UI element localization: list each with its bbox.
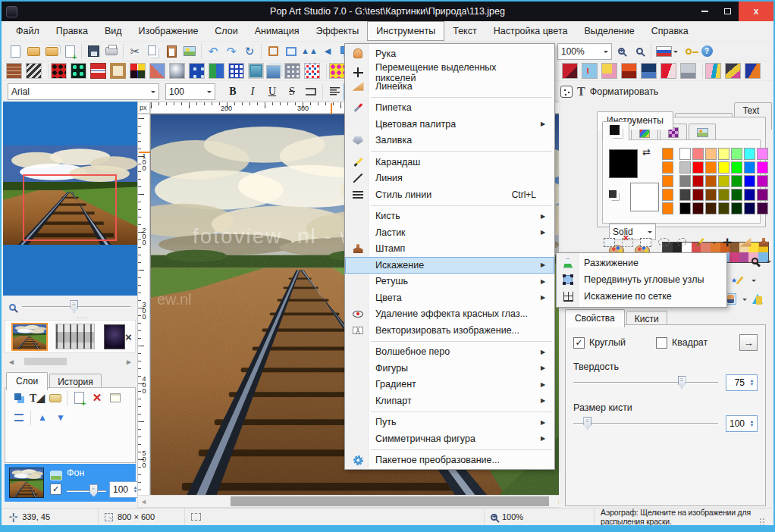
menu-item[interactable]: Перемещение выделенных пикселей [345, 62, 554, 79]
square-checkbox[interactable] [656, 337, 667, 349]
palette-swatch[interactable] [705, 161, 717, 174]
palette-swatch[interactable] [718, 189, 730, 201]
effect-sphere-button[interactable] [169, 63, 185, 79]
submenu-item[interactable]: Передвинуть угловые узлы [557, 271, 726, 288]
scrollbar-thumb[interactable] [231, 496, 549, 506]
warhol-preset-button[interactable] [641, 63, 657, 79]
move-layer-up-button[interactable]: ▲ [33, 410, 52, 425]
zoom-tool-button[interactable] [747, 254, 762, 269]
font-family-combobox[interactable]: Arial [8, 83, 159, 100]
menu-item[interactable]: Карандаш [345, 154, 554, 171]
select-ellipse-button[interactable] [656, 235, 671, 250]
lasso-button[interactable] [674, 235, 689, 250]
menu-item[interactable]: Клипарт▶ [345, 393, 554, 409]
effect-diamond-button[interactable] [149, 63, 165, 79]
menubar-item[interactable]: Изображение [130, 21, 207, 41]
tab-solid-fill[interactable] [602, 121, 629, 140]
palette-swatch[interactable] [662, 161, 673, 174]
effect-popart-dots-button[interactable] [51, 63, 67, 79]
palette-swatch[interactable] [692, 175, 704, 187]
menu-item[interactable]: Фигуры▶ [345, 360, 554, 377]
maximize-button[interactable] [716, 2, 739, 21]
menubar-item[interactable]: Справка [643, 21, 697, 41]
menu-item[interactable]: Искажение▶ [345, 257, 554, 274]
effect-photo-stack-button[interactable] [266, 65, 281, 79]
effect-wood-frame-button[interactable] [110, 63, 126, 79]
strikethrough-button[interactable]: S [282, 83, 302, 100]
insert-image-button[interactable] [180, 42, 199, 61]
palette-swatch[interactable] [731, 189, 742, 201]
menu-item[interactable]: Пипетка [345, 100, 554, 117]
menu-item[interactable]: Заливка [345, 133, 554, 149]
deselect-button[interactable] [620, 235, 635, 250]
bold-button[interactable]: B [223, 83, 243, 100]
palette-swatch[interactable] [744, 189, 755, 201]
hardness-spinner[interactable]: 75 ▲▼ [726, 374, 758, 391]
menu-item[interactable]: Градиент▶ [345, 377, 554, 393]
merge-layers-button[interactable] [10, 410, 28, 425]
effect-dots-blue-button[interactable] [189, 63, 205, 79]
menu-item[interactable]: Ретушь▶ [345, 274, 554, 290]
warhol-preset-button[interactable] [680, 63, 696, 79]
palette-swatch[interactable] [744, 148, 755, 160]
tab-image-fill[interactable] [689, 124, 716, 140]
flip-vertical-button[interactable]: ◀ [318, 42, 337, 61]
palette-swatch[interactable] [679, 148, 691, 160]
zoom-in-button[interactable] [612, 42, 630, 61]
save-button[interactable] [84, 42, 102, 61]
help-button[interactable]: ? [698, 42, 716, 61]
menu-item[interactable]: Стиль линииCtrl+L [345, 186, 554, 203]
image-thumbnail[interactable] [55, 324, 95, 349]
palette-swatch[interactable] [757, 161, 768, 174]
chevron-down-icon[interactable] [712, 242, 717, 246]
scroll-left-icon[interactable]: ◄ [8, 358, 15, 366]
swap-colors-icon[interactable]: ⇄ [642, 146, 651, 158]
effect-mosaic-button[interactable] [284, 63, 300, 79]
round-checkbox[interactable]: ✓ [573, 337, 585, 349]
submenu-item[interactable]: Разжижение [557, 255, 726, 271]
warhol-preset-button[interactable] [660, 63, 676, 79]
menubar-item[interactable]: Вид [96, 21, 130, 41]
palette-swatch[interactable] [679, 189, 691, 201]
zoom-fit-button[interactable] [630, 42, 648, 61]
menu-item[interactable]: Линия [345, 171, 554, 187]
menu-item[interactable]: Пакетное преобразование... [345, 452, 554, 469]
effect-mondrian-button[interactable] [130, 63, 146, 79]
menu-item[interactable]: Рука [345, 45, 554, 62]
submenu-item[interactable]: Искажение по сетке [557, 288, 726, 305]
cut-button[interactable]: ✂ [126, 42, 144, 61]
menu-item[interactable]: Удаление эффекта красных глаз... [345, 306, 554, 323]
symmetry-button[interactable] [750, 292, 765, 307]
apply-arrow-button[interactable]: → [739, 334, 758, 351]
chevron-down-icon[interactable] [751, 280, 756, 284]
palette-swatch[interactable] [692, 202, 704, 214]
warhol-preset-button[interactable] [601, 63, 617, 79]
print-button[interactable] [102, 42, 121, 61]
close-button[interactable]: x [739, 2, 773, 21]
crop-button[interactable] [264, 42, 282, 61]
warhol-preset-button[interactable] [582, 63, 598, 79]
menubar-item[interactable]: Эффекты [307, 21, 367, 41]
palette-swatch[interactable] [679, 175, 691, 187]
slider-thumb[interactable] [583, 417, 591, 430]
dice-icon[interactable] [560, 86, 573, 98]
palette-swatch[interactable] [757, 189, 768, 201]
menu-item[interactable]: Кисть▶ [345, 208, 554, 225]
palette-swatch[interactable] [679, 202, 691, 214]
palette-swatch[interactable] [718, 202, 730, 214]
select-rect2-button[interactable] [638, 235, 653, 250]
menu-item[interactable]: Симметричная фигура▶ [345, 430, 554, 447]
palette-swatch[interactable] [705, 189, 717, 201]
new-file-button[interactable] [6, 42, 24, 61]
palette-swatch[interactable] [718, 175, 730, 187]
move-tool-button[interactable]: ✛ [720, 235, 735, 250]
hardness-slider[interactable] [573, 374, 718, 392]
default-colors-icon[interactable] [609, 190, 617, 198]
new-layer-button[interactable] [70, 390, 88, 405]
thumbnail-scrollbar[interactable]: ◄ ► [5, 355, 136, 368]
italic-button[interactable]: I [243, 83, 262, 100]
menu-item[interactable]: Линейка [345, 78, 554, 95]
effect-halftone-button[interactable] [329, 63, 345, 79]
brush-size-spinner[interactable]: 100 ▲▼ [726, 415, 758, 432]
copy-button[interactable] [144, 42, 162, 61]
